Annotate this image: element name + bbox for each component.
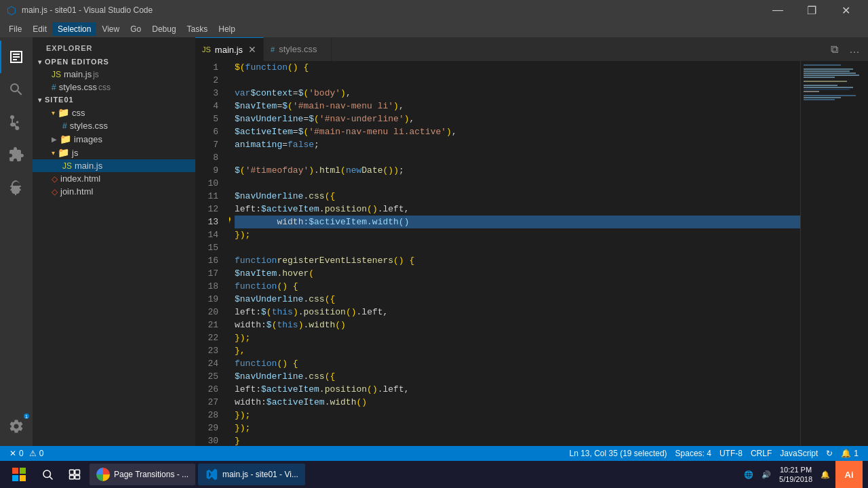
code-line-17: $navItem.hover( bbox=[235, 267, 800, 280]
open-editors-label: Open Editors bbox=[45, 58, 109, 66]
taskbar-vscode-app[interactable]: main.js - site01 - Vi... bbox=[198, 464, 305, 485]
taskbar-datetime[interactable]: 10:21 PM 5/19/2018 bbox=[776, 465, 815, 485]
activity-source-control[interactable] bbox=[0, 106, 33, 138]
status-line-ending-label: CRLF bbox=[751, 449, 772, 458]
error-icon: ✕ bbox=[9, 449, 16, 458]
status-encoding[interactable]: UTF-8 bbox=[715, 449, 747, 458]
file-stylescss[interactable]: # styles.css bbox=[33, 119, 195, 132]
file-stylescss-label: styles.css bbox=[70, 121, 108, 131]
code-line-26: left: $activeItem.position().left, bbox=[235, 383, 800, 396]
folder-icon-css: 📁 bbox=[58, 107, 69, 118]
taskbar-notifications[interactable]: 🔔 bbox=[818, 470, 833, 479]
tab-mainjs-close[interactable]: ✕ bbox=[248, 44, 256, 55]
html-icon-index: ◇ bbox=[52, 174, 58, 184]
html-icon-join: ◇ bbox=[52, 187, 58, 197]
line-num-7: 7 bbox=[195, 138, 224, 151]
minimap bbox=[800, 61, 868, 446]
svg-rect-3 bbox=[20, 475, 26, 481]
open-editor-stylesscss[interactable]: # styles.css css bbox=[33, 81, 195, 94]
activity-search[interactable] bbox=[0, 73, 33, 106]
open-editor-mainjs[interactable]: JS main.js js bbox=[33, 68, 195, 81]
menu-go[interactable]: Go bbox=[125, 22, 146, 36]
menu-tasks[interactable]: Tasks bbox=[182, 22, 214, 36]
line-numbers: 1 2 3 4 5 6 7 8 9 10 11 12 13 14 15 16 1… bbox=[195, 61, 229, 446]
minimize-button[interactable]: — bbox=[762, 0, 793, 20]
taskbar-time: 10:21 PM bbox=[779, 465, 812, 474]
line-num-28: 28 bbox=[195, 409, 224, 422]
file-mainjs[interactable]: JS main.js bbox=[33, 159, 195, 172]
line-num-18: 18 bbox=[195, 280, 224, 293]
line-num-4: 4 bbox=[195, 100, 224, 113]
status-errors[interactable]: ✕ 0 ⚠ 0 bbox=[5, 446, 47, 461]
js-file-icon: JS bbox=[62, 161, 72, 171]
menu-selection[interactable]: Selection bbox=[52, 22, 96, 36]
site01-label: SITE01 bbox=[45, 96, 74, 104]
taskbar-chrome-app[interactable]: Page Transitions - ... bbox=[90, 464, 195, 485]
folder-images[interactable]: ▶ 📁 images bbox=[33, 132, 195, 146]
status-bell[interactable]: 🔔 1 bbox=[837, 449, 863, 458]
activity-explorer[interactable] bbox=[0, 41, 33, 73]
line-num-5: 5 bbox=[195, 113, 224, 125]
code-line-2 bbox=[235, 74, 800, 87]
code-line-8 bbox=[235, 151, 800, 164]
folder-images-label: images bbox=[74, 134, 102, 144]
line-num-2: 2 bbox=[195, 74, 224, 87]
folder-css[interactable]: ▾ 📁 css bbox=[33, 106, 195, 119]
taskbar-volume[interactable]: 🔊 bbox=[759, 470, 774, 479]
tabs-right: ⧉ … bbox=[828, 37, 868, 61]
svg-rect-9 bbox=[75, 476, 80, 479]
tab-css-icon: # bbox=[271, 45, 275, 54]
code-area[interactable]: $(function() { var $context = $('body'),… bbox=[229, 61, 800, 446]
status-language[interactable]: JavaScript bbox=[776, 449, 822, 458]
lightbulb-icon[interactable]: 💡 bbox=[229, 216, 233, 228]
collapse-icon: ▾ bbox=[38, 58, 42, 66]
maximize-button[interactable]: ❐ bbox=[796, 0, 827, 20]
code-line-4: $navItem = $('#main-nav-menu li'), bbox=[235, 100, 800, 113]
open-editor-mainjs-label: main.js bbox=[64, 69, 92, 79]
menu-file[interactable]: File bbox=[3, 22, 27, 36]
tab-mainjs[interactable]: JS main.js ✕ bbox=[195, 37, 264, 61]
status-sync[interactable]: ↻ bbox=[822, 449, 837, 458]
start-button[interactable] bbox=[5, 461, 33, 488]
ai-badge[interactable]: Ai bbox=[835, 461, 863, 488]
taskbar-search[interactable] bbox=[35, 462, 60, 487]
status-line-ending[interactable]: CRLF bbox=[747, 449, 776, 458]
taskbar: Page Transitions - ... main.js - site01 … bbox=[0, 461, 868, 488]
folder-js[interactable]: ▾ 📁 js bbox=[33, 146, 195, 159]
status-position[interactable]: Ln 13, Col 35 (19 selected) bbox=[565, 449, 671, 458]
tab-stylescss[interactable]: # styles.css bbox=[264, 37, 332, 61]
code-line-28: }); bbox=[235, 409, 800, 422]
activity-bar-bottom: 1 bbox=[0, 410, 33, 443]
status-spaces[interactable]: Spaces: 4 bbox=[671, 449, 715, 458]
site01-section[interactable]: ▾ SITE01 bbox=[33, 94, 195, 106]
error-count: 0 bbox=[19, 449, 24, 458]
code-line-9: $('#timeofday').html(new Date()); bbox=[235, 164, 800, 177]
line-num-14: 14 bbox=[195, 228, 224, 241]
file-indexhtml[interactable]: ◇ index.html bbox=[33, 172, 195, 185]
warning-icon: ⚠ bbox=[29, 449, 37, 458]
menu-help[interactable]: Help bbox=[213, 22, 241, 36]
split-editor-button[interactable]: ⧉ bbox=[828, 42, 841, 57]
svg-rect-8 bbox=[70, 476, 75, 479]
activity-debug[interactable] bbox=[0, 171, 33, 203]
activity-settings[interactable]: 1 bbox=[0, 410, 33, 443]
sync-icon: ↻ bbox=[826, 449, 833, 458]
status-language-label: JavaScript bbox=[780, 449, 818, 458]
svg-rect-1 bbox=[20, 468, 26, 474]
editor-area: JS main.js ✕ # styles.css ⧉ … 1 2 3 4 5 bbox=[195, 37, 868, 446]
line-num-20: 20 bbox=[195, 306, 224, 319]
close-button[interactable]: ✕ bbox=[830, 0, 861, 20]
status-encoding-label: UTF-8 bbox=[719, 449, 743, 458]
more-actions-button[interactable]: … bbox=[846, 42, 863, 57]
menu-debug[interactable]: Debug bbox=[146, 22, 181, 36]
menu-view[interactable]: View bbox=[96, 22, 125, 36]
activity-extensions[interactable] bbox=[0, 138, 33, 171]
menu-edit[interactable]: Edit bbox=[27, 22, 52, 36]
status-right: Ln 13, Col 35 (19 selected) Spaces: 4 UT… bbox=[565, 449, 863, 458]
open-editors-section[interactable]: ▾ Open Editors bbox=[33, 56, 195, 68]
taskbar-task-view[interactable] bbox=[62, 462, 87, 487]
file-mainjs-label: main.js bbox=[75, 161, 102, 171]
line-num-27: 27 bbox=[195, 396, 224, 409]
code-line-19: $navUnderline.css({ bbox=[235, 293, 800, 306]
file-joinhtml[interactable]: ◇ join.html bbox=[33, 185, 195, 198]
